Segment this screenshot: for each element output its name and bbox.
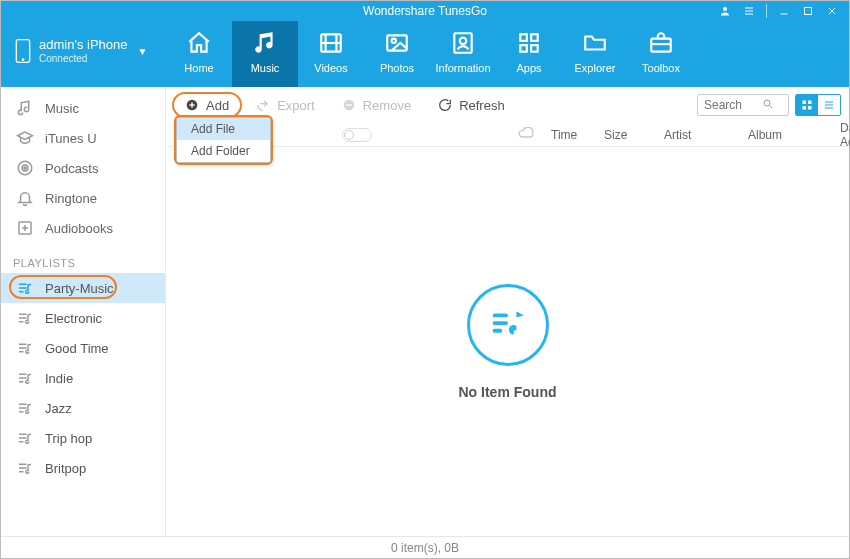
- sidebar-podcasts[interactable]: Podcasts: [1, 153, 165, 183]
- nav-label: Information: [435, 62, 490, 74]
- search-box[interactable]: [697, 94, 789, 116]
- podcast-icon: [15, 159, 35, 177]
- svg-point-17: [460, 38, 467, 45]
- playlist-trip-hop[interactable]: Trip hop: [1, 423, 165, 453]
- export-button[interactable]: Export: [245, 91, 325, 119]
- maximize-button[interactable]: [801, 4, 815, 18]
- sidebar: Music iTunes U Podcasts Ringtone Audiobo…: [1, 87, 166, 536]
- select-all-toggle[interactable]: [342, 128, 372, 142]
- sidebar-audiobooks[interactable]: Audiobooks: [1, 213, 165, 243]
- user-icon[interactable]: [718, 4, 732, 18]
- playlist-electronic[interactable]: Electronic: [1, 303, 165, 333]
- add-button[interactable]: Add: [174, 91, 239, 119]
- empty-message: No Item Found: [459, 384, 557, 400]
- titlebar: Wondershare TunesGo: [1, 1, 849, 21]
- playlist-label: Party-Music: [45, 281, 114, 296]
- svg-rect-5: [805, 8, 812, 15]
- sidebar-label: iTunes U: [45, 131, 97, 146]
- nav-apps[interactable]: Apps: [496, 21, 562, 87]
- nav-label: Videos: [314, 62, 347, 74]
- photo-icon: [384, 30, 410, 56]
- col-size[interactable]: Size: [604, 128, 627, 142]
- toolbar-right: [697, 94, 841, 116]
- body: Music iTunes U Podcasts Ringtone Audiobo…: [1, 87, 849, 536]
- titlebar-separator: [766, 4, 767, 18]
- plus-circle-icon: [184, 97, 200, 113]
- playlist-icon: [15, 429, 35, 447]
- grid-view-button[interactable]: [796, 95, 818, 115]
- export-icon: [255, 97, 271, 113]
- col-artist[interactable]: Artist: [664, 128, 691, 142]
- sidebar-label: Ringtone: [45, 191, 97, 206]
- device-name: admin's iPhone: [39, 38, 127, 53]
- nav-music[interactable]: Music: [232, 21, 298, 87]
- svg-rect-21: [531, 45, 538, 51]
- nav-label: Toolbox: [642, 62, 680, 74]
- search-icon: [762, 98, 774, 113]
- playlist-label: Britpop: [45, 461, 86, 476]
- toolbox-icon: [648, 30, 674, 56]
- bell-icon: [15, 189, 35, 207]
- sidebar-label: Audiobooks: [45, 221, 113, 236]
- empty-state: No Item Found: [166, 147, 849, 536]
- playlist-icon: [15, 369, 35, 387]
- nav-explorer[interactable]: Explorer: [562, 21, 628, 87]
- svg-rect-66: [492, 313, 507, 317]
- svg-rect-59: [803, 101, 807, 105]
- device-text: admin's iPhone Connected: [39, 38, 127, 64]
- nav-information[interactable]: Information: [430, 21, 496, 87]
- svg-rect-62: [808, 106, 812, 110]
- remove-button[interactable]: Remove: [331, 91, 421, 119]
- status-text: 0 item(s), 0B: [391, 541, 459, 555]
- svg-point-26: [24, 167, 26, 169]
- col-time[interactable]: Time: [551, 128, 577, 142]
- svg-point-15: [392, 39, 396, 43]
- apps-icon: [516, 30, 542, 56]
- folder-icon: [582, 30, 608, 56]
- minimize-button[interactable]: [777, 4, 791, 18]
- sidebar-label: Music: [45, 101, 79, 116]
- sidebar-itunesu[interactable]: iTunes U: [1, 123, 165, 153]
- refresh-button[interactable]: Refresh: [427, 91, 515, 119]
- remove-label: Remove: [363, 98, 411, 113]
- playlist-party-music[interactable]: Party-Music: [1, 273, 165, 303]
- menu-icon[interactable]: [742, 4, 756, 18]
- nav-videos[interactable]: Videos: [298, 21, 364, 87]
- playlist-britpop[interactable]: Britpop: [1, 453, 165, 483]
- col-album[interactable]: Album: [748, 128, 782, 142]
- minus-circle-icon: [341, 97, 357, 113]
- close-button[interactable]: [825, 4, 839, 18]
- playlist-icon: [15, 339, 35, 357]
- sidebar-music[interactable]: Music: [1, 93, 165, 123]
- graduation-icon: [15, 129, 35, 147]
- nav-home[interactable]: Home: [166, 21, 232, 87]
- playlist-jazz[interactable]: Jazz: [1, 393, 165, 423]
- add-folder-item[interactable]: Add Folder: [177, 140, 270, 162]
- playlist-label: Indie: [45, 371, 73, 386]
- add-label: Add: [206, 98, 229, 113]
- device-selector[interactable]: admin's iPhone Connected ▼: [1, 21, 166, 87]
- search-input[interactable]: [704, 98, 762, 112]
- titlebar-controls: [718, 1, 845, 21]
- playlist-indie[interactable]: Indie: [1, 363, 165, 393]
- sidebar-section-playlists: PLAYLISTS: [1, 243, 165, 273]
- export-label: Export: [277, 98, 315, 113]
- col-date-added[interactable]: Date Added: [840, 121, 850, 149]
- music-icon: [252, 30, 278, 56]
- cloud-icon: [518, 127, 534, 142]
- playlist-good-time[interactable]: Good Time: [1, 333, 165, 363]
- playlist-label: Good Time: [45, 341, 109, 356]
- sidebar-ringtone[interactable]: Ringtone: [1, 183, 165, 213]
- sidebar-label: Podcasts: [45, 161, 98, 176]
- nav-toolbox[interactable]: Toolbox: [628, 21, 694, 87]
- music-note-icon: [15, 99, 35, 117]
- nav-photos[interactable]: Photos: [364, 21, 430, 87]
- add-file-item[interactable]: Add File: [177, 118, 270, 140]
- playlist-icon: [15, 309, 35, 327]
- list-view-button[interactable]: [818, 95, 840, 115]
- svg-rect-60: [808, 101, 812, 105]
- book-icon: [15, 219, 35, 237]
- device-status: Connected: [39, 53, 127, 64]
- svg-rect-67: [492, 321, 507, 325]
- home-icon: [186, 30, 212, 56]
